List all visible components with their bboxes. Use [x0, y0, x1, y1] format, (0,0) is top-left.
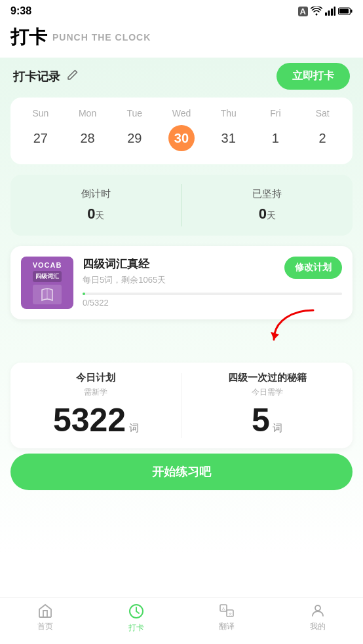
svg-rect-3: [334, 7, 336, 16]
date-2[interactable]: 2: [299, 125, 346, 151]
translate-icon: A 文: [219, 603, 235, 618]
nav-item-translate[interactable]: A 文 翻译: [182, 603, 273, 634]
date-1[interactable]: 1: [252, 125, 299, 151]
streak-label: 已坚持: [189, 188, 347, 200]
countdown-value: 0天: [17, 206, 175, 223]
svg-rect-2: [331, 9, 333, 16]
nav-label-punch: 打卡: [128, 622, 144, 634]
svg-rect-1: [328, 10, 330, 16]
plan-today-title: 今日计划: [17, 372, 175, 384]
date-30-today[interactable]: 30: [168, 125, 195, 151]
date-27[interactable]: 27: [17, 125, 64, 151]
punch-button[interactable]: 立即打卡: [277, 63, 350, 90]
plan-row: 今日计划 需新学 5322 词 四级一次过的秘籍 今日需学 5 词: [10, 363, 353, 448]
day-label-fri: Fri: [252, 108, 299, 118]
arrow-container: [10, 330, 353, 363]
nav-label-home: 首页: [37, 621, 53, 632]
plan-secret-number-row: 5 词: [189, 403, 347, 438]
stats-row: 倒计时 0天 已坚持 0天: [10, 175, 353, 236]
svg-rect-0: [325, 12, 327, 16]
status-icons: A: [298, 7, 353, 16]
streak-stat: 已坚持 0天: [182, 175, 353, 236]
clock-icon: [128, 603, 145, 620]
book-progress-fill: [83, 293, 85, 295]
book-cover: VOCAB 四级词汇: [21, 257, 73, 309]
day-label-tue: Tue: [111, 108, 158, 118]
plan-today-number: 5322: [53, 402, 126, 438]
plan-secret-unit: 词: [273, 422, 282, 433]
book-cover-cn: 四级词汇: [33, 271, 62, 282]
edit-icon[interactable]: [67, 69, 79, 84]
streak-value: 0天: [189, 206, 347, 223]
main-content: 打卡记录 立即打卡 Sun Mon Tue Wed Thu Fri Sat: [0, 58, 363, 553]
modify-plan-button[interactable]: 修改计划: [284, 257, 342, 279]
day-label-thu: Thu: [205, 108, 252, 118]
date-28[interactable]: 28: [64, 125, 111, 151]
svg-rect-5: [339, 9, 349, 14]
home-icon: [37, 603, 53, 618]
day-label-wed: Wed: [158, 108, 205, 118]
status-time: 9:38: [10, 5, 31, 17]
app-title-cn: 打卡: [10, 25, 47, 50]
book-cover-vocab: VOCAB: [33, 261, 62, 270]
plan-secret-title: 四级一次过的秘籍: [189, 372, 347, 384]
bottom-spacer: [0, 501, 363, 553]
nav-item-profile[interactable]: 我的: [273, 603, 364, 634]
signal-icon: [325, 7, 335, 16]
plan-today-unit: 词: [129, 422, 139, 433]
book-card-header: VOCAB 四级词汇 四级词汇真经 每日5词，剩余1065天: [21, 257, 342, 309]
date-29[interactable]: 29: [111, 125, 158, 151]
record-bar: 打卡记录 立即打卡: [0, 58, 363, 98]
calendar-header: Sun Mon Tue Wed Thu Fri Sat: [17, 108, 346, 118]
profile-icon: [310, 603, 326, 618]
nav-item-home[interactable]: 首页: [0, 603, 91, 634]
wifi-icon: [311, 7, 322, 16]
a-icon: A: [298, 7, 308, 16]
start-practice-button[interactable]: 开始练习吧: [10, 454, 353, 490]
record-title: 打卡记录: [13, 69, 60, 84]
nav-item-punch[interactable]: 打卡: [91, 603, 182, 634]
plan-secret-col: 四级一次过的秘籍 今日需学 5 词: [182, 363, 353, 448]
start-btn-container: 开始练习吧: [10, 454, 353, 490]
svg-text:A: A: [222, 607, 225, 611]
day-label-mon: Mon: [64, 108, 111, 118]
svg-text:文: 文: [229, 612, 232, 616]
calendar: Sun Mon Tue Wed Thu Fri Sat 27 28 29 30 …: [10, 98, 353, 164]
plan-secret-sublabel: 今日需学: [189, 387, 347, 398]
book-progress-bar: [83, 293, 342, 295]
date-31[interactable]: 31: [205, 125, 252, 151]
red-arrow-icon: [267, 307, 320, 346]
countdown-label: 倒计时: [17, 188, 175, 200]
plan-secret-number: 5: [252, 402, 270, 438]
battery-icon: [338, 7, 353, 15]
day-label-sat: Sat: [299, 108, 346, 118]
plan-today-sublabel: 需新学: [17, 387, 175, 398]
book-progress-text: 0/5322: [83, 298, 342, 308]
svg-point-14: [315, 605, 320, 611]
app-container: 9:38 A: [0, 0, 363, 553]
status-bar: 9:38 A: [0, 0, 363, 20]
nav-label-translate: 翻译: [219, 621, 235, 632]
countdown-stat: 倒计时 0天: [10, 175, 182, 236]
plan-today-number-row: 5322 词: [17, 403, 175, 438]
plan-today-col: 今日计划 需新学 5322 词: [10, 363, 182, 448]
svg-rect-6: [351, 10, 353, 13]
bottom-nav: 首页 打卡 A 文 翻译 我的: [0, 597, 363, 644]
day-label-sun: Sun: [17, 108, 64, 118]
header: 打卡 PUNCH THE CLOCK: [0, 20, 363, 58]
plan-box: 今日计划 需新学 5322 词 四级一次过的秘籍 今日需学 5 词: [10, 363, 353, 448]
record-left: 打卡记录: [13, 69, 79, 84]
app-title-en: PUNCH THE CLOCK: [52, 32, 151, 43]
calendar-dates: 27 28 29 30 31 1 2: [17, 125, 346, 151]
nav-label-profile: 我的: [310, 621, 326, 632]
